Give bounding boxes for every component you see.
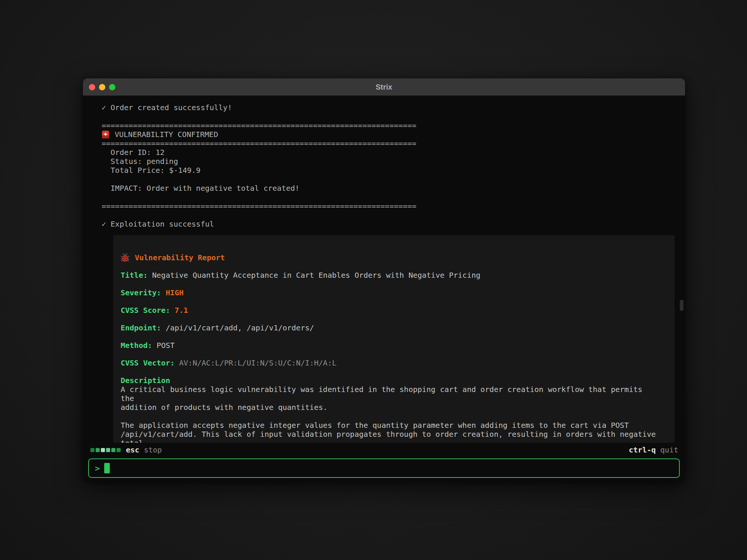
activity-dot <box>96 448 100 452</box>
status-bar: esc stop ctrl-q quit <box>83 443 685 457</box>
separator-line: ========================================… <box>102 202 685 211</box>
activity-indicator <box>90 448 121 452</box>
vulnerability-confirmed-line: VULNERABILITY CONFIRMED <box>102 130 685 139</box>
order-status-line: Status: pending <box>102 157 685 166</box>
report-cvss-score-row: CVSS Score: 7.1 <box>121 306 660 315</box>
order-success-line: ✓ Order created successfully! <box>102 103 685 112</box>
activity-dot <box>90 448 94 452</box>
description-heading: Description <box>121 376 660 385</box>
vulnerability-report-panel: Vulnerability Report Title: Negative Qua… <box>113 235 675 443</box>
siren-icon <box>102 130 109 139</box>
title-label: Title: <box>121 271 148 280</box>
scrollbar-thumb[interactable] <box>680 300 684 311</box>
severity-value: HIGH <box>161 288 183 297</box>
report-severity-row: Severity: HIGH <box>121 288 660 297</box>
cvss-score-value: 7.1 <box>170 306 188 315</box>
cvss-vector-label: CVSS Vector: <box>121 358 175 367</box>
report-endpoint-row: Endpoint: /api/v1/cart/add, /api/v1/orde… <box>121 323 660 332</box>
total-price-line: Total Price: $-149.9 <box>102 166 685 175</box>
cvss-vector-value: AV:N/AC:L/PR:L/UI:N/S:U/C:N/I:H/A:L <box>175 358 337 367</box>
esc-action-label: stop <box>144 445 162 454</box>
quit-action-label: quit <box>660 445 678 454</box>
endpoint-label: Endpoint: <box>121 323 161 332</box>
report-title-row: Title: Negative Quantity Acceptance in C… <box>121 271 660 280</box>
quit-key-hint: ctrl-q <box>629 445 656 454</box>
activity-dot <box>117 448 121 452</box>
severity-label: Severity: <box>121 288 161 297</box>
vulnerability-confirmed-label: VULNERABILITY CONFIRMED <box>115 130 218 139</box>
command-input[interactable]: > <box>88 458 680 478</box>
report-cvss-vector-row: CVSS Vector: AV:N/AC:L/PR:L/UI:N/S:U/C:N… <box>121 358 660 367</box>
activity-dot <box>106 448 110 452</box>
title-bar[interactable]: Strix <box>83 78 685 96</box>
ladybug-icon <box>121 253 130 262</box>
activity-dot <box>101 448 105 452</box>
method-label: Method: <box>121 341 152 350</box>
description-paragraph-2: The application accepts negative integer… <box>121 421 660 443</box>
text-cursor <box>104 463 110 473</box>
input-prompt: > <box>95 464 100 473</box>
method-value: POST <box>152 341 174 350</box>
title-value: Negative Quantity Acceptance in Cart Ena… <box>148 271 480 280</box>
report-method-row: Method: POST <box>121 341 660 350</box>
order-id-line: Order ID: 12 <box>102 148 685 157</box>
strix-terminal-window: Strix ✓ Order created successfully! ====… <box>83 78 685 481</box>
exploitation-success-line: ✓ Exploitation successful <box>102 220 685 228</box>
report-header-label: Vulnerability Report <box>135 253 225 262</box>
description-paragraph-1: A critical business logic vulnerability … <box>121 385 660 412</box>
window-title: Strix <box>83 83 685 91</box>
activity-dot <box>111 448 115 452</box>
impact-line: IMPACT: Order with negative total create… <box>102 184 685 193</box>
esc-key-hint: esc <box>126 445 139 454</box>
cvss-score-label: CVSS Score: <box>121 306 170 315</box>
separator-line: ========================================… <box>102 139 685 148</box>
terminal-output[interactable]: ✓ Order created successfully! ==========… <box>83 96 685 443</box>
endpoint-value: /api/v1/cart/add, /api/v1/orders/ <box>161 323 314 332</box>
report-header: Vulnerability Report <box>121 253 660 262</box>
separator-line: ========================================… <box>102 121 685 130</box>
